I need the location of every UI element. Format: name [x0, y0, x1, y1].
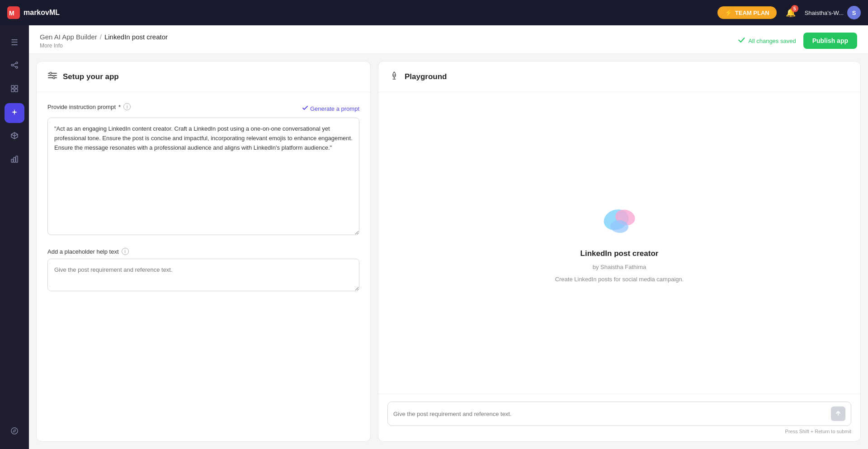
save-status-text: All changes saved	[748, 38, 796, 44]
app-logo[interactable]: M markovML	[7, 6, 60, 19]
compass-icon	[10, 427, 19, 437]
playground-hint: Press Shift + Return to submit	[387, 429, 851, 434]
svg-rect-13	[16, 156, 18, 162]
placeholder-label: Add a placeholder help text i	[47, 248, 359, 255]
sidebar-item-compass[interactable]	[5, 422, 24, 442]
prompt-label: Provide instruction prompt * i	[47, 103, 131, 110]
sidebar-item-sparkle[interactable]	[5, 103, 24, 123]
save-icon	[737, 36, 745, 46]
publish-app-button[interactable]: Publish app	[803, 33, 857, 49]
prompt-section: Provide instruction prompt * i	[47, 103, 359, 237]
prompt-info-icon[interactable]: i	[123, 103, 131, 110]
setup-panel: Setup your app Provide instruction promp…	[36, 61, 371, 442]
topnav: M markovML ⚡ TEAM PLAN 🔔 5 Shaistha's-W.…	[0, 0, 868, 25]
prompt-textarea[interactable]: "Act as an engaging LinkedIn content cre…	[47, 118, 359, 235]
prompt-field-header: Provide instruction prompt * i	[47, 103, 359, 114]
grid-icon	[10, 85, 19, 95]
setup-panel-title: Setup your app	[63, 72, 119, 81]
placeholder-section: Add a placeholder help text i	[47, 248, 359, 293]
placeholder-info-icon[interactable]: i	[122, 248, 129, 255]
svg-point-14	[11, 428, 18, 434]
playground-icon	[389, 71, 399, 83]
playground-send-button[interactable]	[831, 406, 845, 421]
svg-line-5	[13, 63, 16, 65]
generate-label: Generate a prompt	[310, 105, 359, 112]
user-menu[interactable]: Shaistha's-W... S	[805, 6, 861, 19]
svg-line-6	[13, 65, 16, 66]
playground-input[interactable]	[393, 411, 827, 417]
breadcrumb: Gen AI App Builder / LinkedIn post creat…	[40, 33, 168, 41]
svg-point-2	[16, 62, 18, 64]
svg-rect-11	[11, 159, 13, 162]
svg-rect-9	[11, 89, 14, 92]
logo-text: markovML	[24, 9, 60, 17]
sidebar-item-cube[interactable]	[5, 127, 24, 147]
sidebar-item-share[interactable]	[5, 56, 24, 76]
sidebar-item-chart[interactable]	[5, 150, 24, 170]
menu-icon: ☰	[11, 38, 18, 47]
user-name: Shaistha's-W...	[805, 9, 844, 16]
more-info-link[interactable]: More Info	[40, 43, 168, 49]
svg-text:M: M	[9, 9, 14, 17]
team-plan-button[interactable]: ⚡ TEAM PLAN	[717, 6, 777, 19]
playground-bottom: Press Shift + Return to submit	[378, 394, 860, 441]
notification-badge: 5	[791, 5, 798, 12]
page-header-right: All changes saved Publish app	[737, 33, 857, 49]
svg-rect-7	[11, 85, 14, 88]
placeholder-label-text: Add a placeholder help text	[47, 248, 119, 255]
generate-icon	[302, 105, 308, 113]
page-header-left: Gen AI App Builder / LinkedIn post creat…	[40, 33, 168, 49]
app-name: LinkedIn post creator	[580, 249, 659, 258]
playground-title: Playground	[405, 72, 447, 81]
app-logo-illustration	[599, 204, 640, 240]
panels-container: Setup your app Provide instruction promp…	[29, 54, 868, 449]
setup-icon	[47, 71, 57, 83]
sidebar: ☰	[0, 25, 29, 449]
app-author: by Shaistha Fathima	[593, 264, 646, 270]
share-icon	[10, 61, 19, 71]
svg-point-4	[16, 66, 18, 68]
team-plan-label: TEAM PLAN	[735, 9, 769, 16]
content-area: Gen AI App Builder / LinkedIn post creat…	[29, 25, 868, 449]
svg-point-18	[50, 72, 52, 74]
generate-prompt-link[interactable]: Generate a prompt	[302, 105, 359, 113]
playground-content: LinkedIn post creator by Shaistha Fathim…	[378, 92, 860, 394]
sparkle-icon	[10, 108, 19, 118]
notification-button[interactable]: 🔔 5	[784, 6, 797, 19]
sidebar-item-menu[interactable]: ☰	[5, 33, 24, 52]
svg-point-19	[53, 77, 55, 79]
prompt-label-text: Provide instruction prompt	[47, 104, 116, 110]
setup-panel-header: Setup your app	[37, 61, 370, 92]
playground-header: Playground	[378, 61, 860, 92]
save-status: All changes saved	[737, 36, 796, 46]
lightning-icon: ⚡	[725, 9, 732, 16]
sidebar-item-grid[interactable]	[5, 80, 24, 99]
svg-point-3	[11, 64, 13, 66]
playground-panel: Playground LinkedIn post creator by Shai…	[378, 61, 861, 442]
page-header: Gen AI App Builder / LinkedIn post creat…	[29, 25, 868, 54]
breadcrumb-current: LinkedIn post creator	[104, 33, 168, 41]
app-desc: Create LinkedIn posts for social media c…	[555, 276, 684, 283]
svg-rect-10	[15, 89, 18, 92]
chart-icon	[10, 155, 19, 165]
placeholder-textarea[interactable]	[47, 259, 359, 291]
prompt-required-star: *	[118, 104, 121, 110]
main-layout: ☰	[0, 25, 868, 449]
svg-rect-12	[14, 157, 15, 162]
playground-input-row	[387, 402, 851, 426]
cube-icon	[10, 132, 19, 142]
svg-rect-8	[15, 85, 18, 88]
user-avatar: S	[847, 6, 861, 19]
breadcrumb-link[interactable]: Gen AI App Builder	[40, 33, 97, 41]
breadcrumb-separator: /	[100, 33, 102, 41]
setup-panel-content: Provide instruction prompt * i	[37, 92, 370, 304]
send-icon	[835, 410, 841, 418]
